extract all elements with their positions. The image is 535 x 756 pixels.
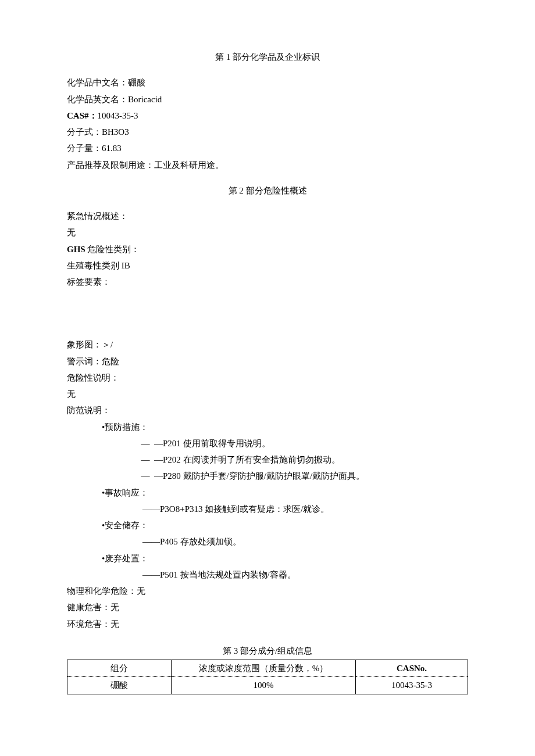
en-name-label: 化学品英文名： — [67, 95, 128, 104]
hazard-label: 危险性说明： — [67, 370, 468, 385]
health-line: 健康危害：无 — [67, 600, 468, 615]
precaution-label: 防范说明： — [67, 403, 468, 418]
formula-value: BH3O3 — [102, 127, 129, 137]
health-value: 无 — [110, 603, 119, 612]
health-label: 健康危害： — [67, 603, 110, 612]
cell-casno: 10043-35-3 — [356, 677, 468, 694]
pictogram-value: ＞/ — [102, 340, 113, 349]
dash-icon: — — [137, 452, 154, 467]
signal-label: 警示词： — [67, 357, 102, 366]
env-label: 环境危害： — [67, 619, 110, 629]
usage-value: 工业及科研用途。 — [154, 160, 224, 170]
prevention-text-1: —P201 使用前取得专用说明。 — [154, 436, 270, 451]
prevention-text-2: —P202 在阅读并明了所有安全措施前切勿搬动。 — [154, 452, 340, 467]
spacer — [67, 291, 468, 337]
label-elements: 标签要素： — [67, 274, 468, 289]
cas-value: 10043-35-3 — [98, 111, 138, 120]
cn-name-line: 化学品中文名：硼酸 — [67, 75, 468, 90]
env-line: 环境危害：无 — [67, 617, 468, 632]
table-row: 硼酸 100% 10043-35-3 — [67, 677, 468, 694]
cell-component: 硼酸 — [67, 677, 172, 694]
formula-label: 分子式： — [67, 127, 102, 137]
ghs-label: GHS 危险性类别： — [67, 242, 468, 257]
hazard-value: 无 — [67, 386, 468, 402]
physchem-line: 物理和化学危险：无 — [67, 583, 468, 599]
en-name-value: Boricacid — [128, 95, 162, 104]
en-name-line: 化学品英文名：Boricacid — [67, 92, 468, 107]
table-header-row: 组分 浓度或浓度范围（质量分数，%） CASNo. — [67, 660, 468, 677]
emergency-value: 无 — [67, 225, 468, 240]
dash-icon: — — [137, 468, 154, 483]
section-3-title: 第 3 部分成分/组成信息 — [67, 643, 468, 658]
cell-concentration: 100% — [172, 677, 356, 694]
prevention-item-2: — —P202 在阅读并明了所有安全措施前切勿搬动。 — [67, 452, 468, 467]
section-1-title: 第 1 部分化学品及企业标识 — [67, 49, 468, 65]
response-heading: •事故响应： — [67, 485, 468, 500]
storage-heading: •安全储存： — [67, 518, 468, 533]
usage-line: 产品推荐及限制用途：工业及科研用途。 — [67, 157, 468, 173]
prevention-item-1: — —P201 使用前取得专用说明。 — [67, 436, 468, 451]
signal-value: 危险 — [102, 357, 119, 366]
pictogram-label: 象形图： — [67, 340, 102, 349]
mw-label: 分子量： — [67, 144, 102, 153]
spacer-top — [67, 633, 468, 643]
ghs-value: 生殖毒性类别 IB — [67, 258, 468, 273]
usage-label: 产品推荐及限制用途： — [67, 160, 154, 170]
prevention-item-3: — —P280 戴防护手套/穿防护服/戴防护眼罩/戴防护面具。 — [67, 468, 468, 483]
dash-icon: — — [137, 436, 154, 451]
ghs-label-rest: 危险性类别： — [87, 245, 140, 254]
section-2-title: 第 2 部分危险性概述 — [67, 183, 468, 198]
cas-label: CAS#： — [67, 111, 98, 120]
header-component: 组分 — [67, 660, 172, 677]
header-casno: CASNo. — [356, 660, 468, 677]
pictogram-line: 象形图：＞/ — [67, 337, 468, 352]
cn-name-label: 化学品中文名： — [67, 78, 128, 87]
physchem-label: 物理和化学危险： — [67, 586, 137, 596]
mw-line: 分子量：61.83 — [67, 141, 468, 156]
mw-value: 61.83 — [102, 144, 122, 153]
disposal-item: ——P501 按当地法规处置内装物/容器。 — [67, 567, 468, 582]
env-value: 无 — [110, 619, 119, 629]
emergency-label: 紧急情况概述： — [67, 209, 468, 224]
prevention-text-3: —P280 戴防护手套/穿防护服/戴防护眼罩/戴防护面具。 — [154, 468, 365, 483]
prevention-heading: •预防措施： — [67, 420, 468, 435]
cas-line: CAS#：10043-35-3 — [67, 108, 468, 123]
cn-name-value: 硼酸 — [128, 78, 145, 87]
composition-table: 组分 浓度或浓度范围（质量分数，%） CASNo. 硼酸 100% 10043-… — [67, 660, 468, 694]
storage-item: ——P405 存放处须加锁。 — [67, 534, 468, 549]
physchem-value: 无 — [137, 586, 145, 596]
signal-line: 警示词：危险 — [67, 354, 468, 369]
response-item: ——P3O8+P313 如接触到或有疑虑：求医/就诊。 — [67, 501, 468, 517]
header-concentration: 浓度或浓度范围（质量分数，%） — [172, 660, 356, 677]
disposal-heading: •废弃处置： — [67, 551, 468, 566]
formula-line: 分子式：BH3O3 — [67, 124, 468, 139]
ghs-label-bold: GHS — [67, 245, 85, 254]
